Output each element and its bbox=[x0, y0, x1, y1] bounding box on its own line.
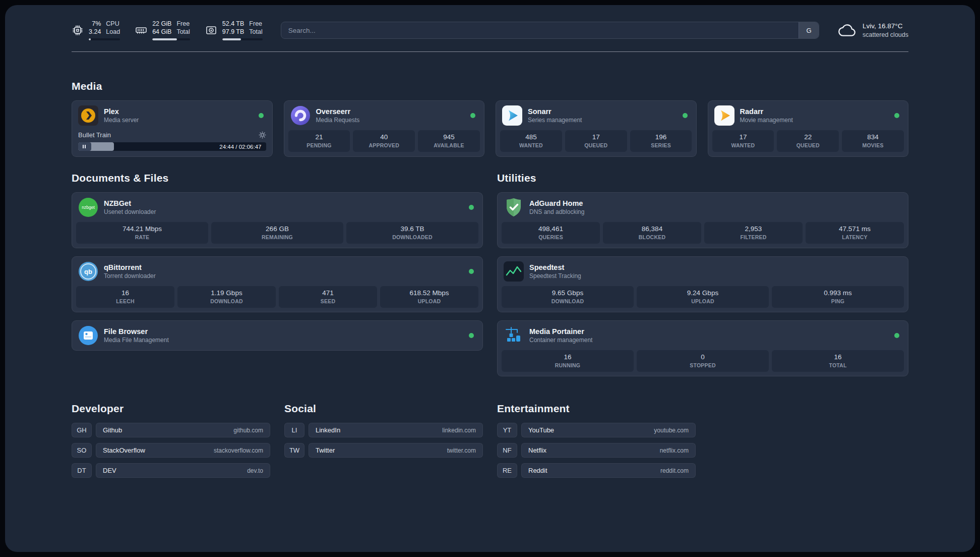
bookmark-abbr: RE bbox=[497, 463, 517, 478]
service-name: Media Portainer bbox=[529, 327, 592, 336]
section-title-social: Social bbox=[284, 403, 483, 415]
radarr-icon bbox=[714, 105, 734, 126]
status-dot bbox=[470, 113, 475, 118]
search-input[interactable] bbox=[281, 22, 799, 38]
stat-total: 16TOTAL bbox=[772, 350, 904, 372]
memory-total-value: 64 GiB bbox=[152, 28, 171, 36]
stat-queries: 498,461QUERIES bbox=[502, 222, 600, 244]
bookmark-abbr: GH bbox=[72, 423, 92, 437]
cpu-usage-value: 7% bbox=[92, 20, 101, 28]
service-description: Series management bbox=[528, 117, 582, 124]
bookmark-group-developer: Developer GH Github github.com SO StackO… bbox=[72, 403, 270, 483]
service-description: Container management bbox=[529, 337, 592, 344]
bookmark-netflix[interactable]: NF Netflix netflix.com bbox=[497, 443, 696, 458]
bookmark-abbr: LI bbox=[284, 423, 304, 437]
service-card-overseerr[interactable]: Overseerr Media Requests 21PENDING 40APP… bbox=[284, 100, 485, 157]
disk-icon bbox=[205, 24, 217, 36]
bookmark-name: LinkedIn bbox=[316, 426, 340, 434]
cpu-widget: 7% 3.24 CPU Load bbox=[72, 20, 120, 40]
bookmark-group-social: Social LI LinkedIn linkedin.com TW Twitt… bbox=[284, 403, 483, 483]
disk-progress-bar bbox=[222, 38, 263, 40]
settings-gear-icon[interactable] bbox=[259, 131, 266, 139]
memory-widget: 22 GiB 64 GiB Free Total bbox=[135, 20, 190, 40]
status-dot bbox=[469, 269, 474, 274]
cloud-icon bbox=[837, 23, 858, 38]
service-description: Torrent downloader bbox=[104, 272, 156, 280]
bookmark-linkedin[interactable]: LI LinkedIn linkedin.com bbox=[284, 423, 483, 437]
bookmark-url: github.com bbox=[233, 427, 263, 434]
service-card-radarr[interactable]: Radarr Movie management 17WANTED 22QUEUE… bbox=[708, 100, 909, 157]
stat-series: 196SERIES bbox=[630, 130, 692, 152]
playback-progress-bar[interactable]: 24:44 / 02:06:47 bbox=[78, 142, 266, 151]
bookmark-url: netflix.com bbox=[660, 447, 689, 454]
svg-text:nzbget: nzbget bbox=[82, 205, 95, 210]
bookmark-name: Netflix bbox=[528, 447, 546, 454]
stat-stopped: 0STOPPED bbox=[637, 350, 769, 372]
service-card-speedtest[interactable]: Speedtest Speedtest Tracking 9.65 GbpsDO… bbox=[497, 256, 908, 312]
bookmark-abbr: SO bbox=[72, 443, 92, 458]
service-description: DNS and adblocking bbox=[529, 208, 584, 215]
topbar: 7% 3.24 CPU Load bbox=[72, 20, 908, 40]
cpu-load-value: 3.24 bbox=[89, 28, 101, 36]
nzbget-icon: nzbget bbox=[78, 197, 98, 217]
qbittorrent-icon: qb bbox=[78, 261, 98, 282]
stat-available: 945AVAILABLE bbox=[418, 130, 480, 152]
service-name: Speedtest bbox=[529, 263, 581, 271]
bookmark-abbr: YT bbox=[497, 423, 517, 437]
service-card-sonarr[interactable]: Sonarr Series management 485WANTED 17QUE… bbox=[496, 100, 697, 157]
bookmark-url: youtube.com bbox=[654, 427, 689, 434]
section-title-documents: Documents & Files bbox=[72, 172, 483, 184]
service-card-filebrowser[interactable]: File Browser Media File Management bbox=[72, 320, 483, 351]
service-card-nzbget[interactable]: nzbget NZBGet Usenet downloader 74 bbox=[72, 192, 483, 248]
service-name: File Browser bbox=[104, 327, 169, 336]
disk-total-value: 97.9 TB bbox=[222, 28, 244, 36]
service-card-qbittorrent[interactable]: qb qBittorrent Torrent downloader bbox=[72, 256, 483, 312]
disk-free-label: Free bbox=[249, 20, 262, 28]
service-card-adguard[interactable]: AdGuard Home DNS and adblocking 498,461Q… bbox=[497, 192, 908, 248]
bookmark-name: Reddit bbox=[528, 467, 547, 474]
cpu-load-label: Load bbox=[106, 28, 120, 36]
playback-time: 24:44 / 02:06:47 bbox=[219, 142, 261, 151]
stat-download: 9.65 GbpsDOWNLOAD bbox=[502, 286, 634, 308]
search-provider-button[interactable]: G bbox=[799, 22, 819, 38]
service-card-portainer[interactable]: Media Portainer Container management 16R… bbox=[497, 320, 908, 376]
service-name: Sonarr bbox=[528, 107, 582, 116]
bookmark-abbr: DT bbox=[72, 463, 92, 478]
stat-leech: 16LEECH bbox=[76, 286, 174, 308]
stat-wanted: 17WANTED bbox=[712, 130, 774, 152]
bookmark-github[interactable]: GH Github github.com bbox=[72, 423, 270, 437]
stat-latency: 47.571 msLATENCY bbox=[806, 222, 904, 244]
bookmark-stackoverflow[interactable]: SO StackOverflow stackoverflow.com bbox=[72, 443, 270, 458]
svg-text:qb: qb bbox=[84, 268, 92, 275]
stat-approved: 40APPROVED bbox=[353, 130, 415, 152]
stat-filtered: 2,953FILTERED bbox=[704, 222, 803, 244]
service-description: Media server bbox=[104, 117, 139, 124]
bookmark-dev[interactable]: DT DEV dev.to bbox=[72, 463, 270, 478]
pause-button[interactable] bbox=[78, 142, 91, 151]
section-title-entertainment: Entertainment bbox=[497, 403, 696, 415]
bookmark-twitter[interactable]: TW Twitter twitter.com bbox=[284, 443, 483, 458]
stat-movies: 834MOVIES bbox=[842, 130, 904, 152]
bookmark-reddit[interactable]: RE Reddit reddit.com bbox=[497, 463, 696, 478]
stat-queued: 22QUEUED bbox=[777, 130, 839, 152]
status-dot bbox=[683, 113, 688, 118]
cpu-progress-bar bbox=[89, 38, 120, 40]
service-name: Plex bbox=[104, 107, 139, 116]
service-name: NZBGet bbox=[104, 199, 156, 207]
bookmark-youtube[interactable]: YT YouTube youtube.com bbox=[497, 423, 696, 437]
service-name: qBittorrent bbox=[104, 263, 156, 271]
service-description: Media Requests bbox=[316, 117, 360, 124]
plex-now-playing-widget: Bullet Train 24:44 / 02:06:47 bbox=[72, 130, 272, 156]
service-card-plex[interactable]: Plex Media server Bullet Train bbox=[72, 100, 273, 157]
weather-location: Lviv, 16.87°C bbox=[863, 22, 908, 31]
stat-pending: 21PENDING bbox=[288, 130, 350, 152]
cpu-usage-label: CPU bbox=[106, 20, 120, 28]
bookmark-url: linkedin.com bbox=[442, 427, 476, 434]
status-dot bbox=[469, 205, 474, 210]
topbar-divider bbox=[72, 51, 908, 52]
search-bar: G bbox=[281, 22, 819, 39]
status-dot bbox=[259, 113, 264, 118]
bookmark-url: twitter.com bbox=[447, 447, 476, 454]
bookmark-name: YouTube bbox=[528, 426, 554, 434]
portainer-icon bbox=[504, 325, 524, 346]
